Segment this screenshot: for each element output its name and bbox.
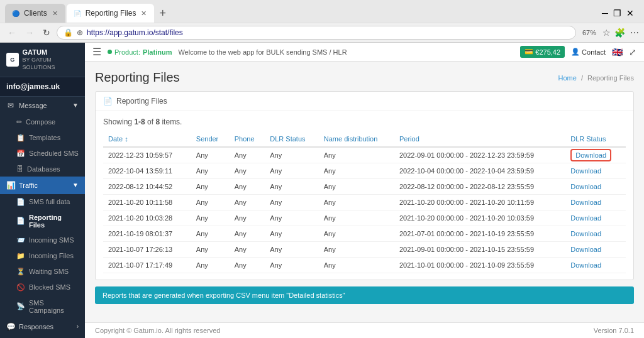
contact-button[interactable]: 👤 Contact (571, 48, 606, 56)
product-name: Platinum (143, 48, 172, 56)
cell-name: Any (319, 163, 394, 179)
settings-icon[interactable]: ⋯ (630, 28, 639, 38)
browser-chrome: 🔵 Clients ✕ 📄 Reporting Files ✕ + ─ ❐ ✕ … (0, 0, 644, 43)
sidebar-item-sms-full-data[interactable]: 📄 SMS full data (0, 194, 85, 210)
tab-reporting-files[interactable]: 📄 Reporting Files ✕ (67, 4, 155, 23)
download-button[interactable]: Download (570, 167, 601, 175)
sidebar-item-scheduled-sms[interactable]: 📅 Scheduled SMS (0, 146, 85, 161)
cell-date: 2021-10-07 17:26:13 (103, 242, 191, 258)
download-button[interactable]: Download (570, 246, 601, 253)
cell-download[interactable]: Download (565, 195, 626, 210)
breadcrumb-current: Reporting Files (587, 74, 634, 82)
sort-icon: ↕ (125, 135, 128, 143)
cell-download[interactable]: Download (565, 242, 626, 258)
templates-icon: 📋 (16, 134, 25, 142)
security-icon: 🔒 (64, 28, 73, 37)
blocked-sms-icon: 🚫 (16, 283, 25, 292)
responses-icon: 💬 (6, 322, 15, 331)
menu-hamburger-icon[interactable]: ☰ (92, 46, 101, 58)
cell-dlr-status: Any (265, 195, 318, 210)
extensions-icon[interactable]: 🧩 (614, 28, 625, 38)
back-button[interactable]: ← (5, 26, 19, 39)
cell-name: Any (319, 242, 394, 258)
restore-icon[interactable]: ❐ (613, 8, 621, 18)
card-header-label: Reporting Files (116, 97, 167, 106)
address-text: https://app.gatum.io/stat/files (87, 28, 569, 37)
app-container: G GATUM BY GATUM SOLUTIONS info@james.uk… (0, 43, 644, 338)
browser-nav: ← → ↻ 🔒 ⊕ https://app.gatum.io/stat/file… (0, 23, 644, 42)
cell-period: 2022-09-01 00:00:00 - 2022-12-23 23:59:5… (394, 147, 565, 163)
sidebar-item-incoming-files[interactable]: 📁 Incoming Files (0, 248, 85, 264)
responses-arrow-icon: › (77, 323, 79, 330)
main-content: Reporting Files Home / Reporting Files 📄… (85, 62, 644, 322)
cell-sender: Any (191, 258, 230, 273)
col-period[interactable]: Period (394, 131, 565, 147)
zoom-level: 67% (580, 28, 599, 38)
address-bar[interactable]: 🔒 ⊕ https://app.gatum.io/stat/files (57, 26, 576, 40)
expand-icon[interactable]: ⤢ (629, 47, 636, 57)
bookmark-icon[interactable]: ☆ (602, 28, 611, 38)
clients-favicon: 🔵 (11, 9, 20, 18)
sidebar-item-databases[interactable]: 🗄 Databases (0, 161, 85, 177)
download-button[interactable]: Download (570, 199, 601, 206)
col-sender[interactable]: Sender (191, 131, 230, 147)
flag-icon[interactable]: 🇬🇧 (612, 47, 623, 57)
cell-download[interactable]: Download (565, 258, 626, 273)
footer: Copyright © Gatum.io. All rights reserve… (85, 322, 644, 338)
cell-dlr-status: Any (265, 242, 318, 258)
reporting-files-card: 📄 Reporting Files Showing 1-8 of 8 items… (95, 91, 634, 280)
col-phone[interactable]: Phone (230, 131, 265, 147)
clients-tab-label: Clients (24, 9, 47, 18)
sidebar-item-reporting-files[interactable]: 📄 Reporting Files (0, 210, 85, 232)
new-tab-button[interactable]: + (155, 7, 170, 20)
download-button[interactable]: Download (570, 214, 601, 222)
download-button[interactable]: Download (570, 149, 611, 161)
cell-period: 2022-08-12 00:00:00 - 2022-08-12 23:55:5… (394, 179, 565, 195)
cell-download[interactable]: Download (565, 226, 626, 242)
reporting-tab-close[interactable]: ✕ (140, 9, 148, 18)
cell-download[interactable]: Download (565, 163, 626, 179)
cell-download[interactable]: Download (565, 179, 626, 195)
sidebar-item-responses[interactable]: 💬 Responses › (0, 318, 85, 335)
logo-icon: G (6, 53, 19, 67)
sidebar-item-blocked-sms[interactable]: 🚫 Blocked SMS (0, 280, 85, 295)
topbar-welcome-text: Welcome to the web app for BULK sending … (178, 48, 347, 56)
sidebar-item-waiting-sms[interactable]: ⏳ Waiting SMS (0, 264, 85, 280)
col-name-distribution[interactable]: Name distribution (319, 131, 394, 147)
balance-value: €275,42 (535, 48, 560, 56)
cell-download[interactable]: Download (565, 147, 626, 163)
cell-sender: Any (191, 242, 230, 258)
cell-dlr-status: Any (265, 179, 318, 195)
col-dlr-status[interactable]: DLR Status (265, 131, 318, 147)
cell-sender: Any (191, 226, 230, 242)
sidebar-item-compose[interactable]: ✏ Compose (0, 114, 85, 130)
cell-name: Any (319, 258, 394, 273)
minimize-icon[interactable]: ─ (602, 8, 608, 18)
download-button[interactable]: Download (570, 261, 601, 269)
browser-menu-icons: 🧩 ⋯ (614, 28, 639, 38)
sidebar-item-templates[interactable]: 📋 Templates (0, 130, 85, 146)
traffic-arrow-icon: ▼ (72, 182, 79, 188)
clients-tab-close[interactable]: ✕ (51, 9, 59, 18)
sidebar-item-sms-campaigns[interactable]: 📡 SMS Campaigns (0, 295, 85, 318)
cell-download[interactable]: Download (565, 210, 626, 226)
forward-button[interactable]: → (23, 26, 36, 39)
cell-period: 2021-09-01 00:00:00 - 2021-10-15 23:55:5… (394, 242, 565, 258)
col-date[interactable]: Date ↕ (103, 131, 191, 147)
incoming-files-icon: 📁 (16, 252, 25, 260)
tab-clients[interactable]: 🔵 Clients ✕ (5, 4, 65, 23)
breadcrumb-home[interactable]: Home (558, 74, 576, 82)
cell-period: 2021-10-20 00:00:00 - 2021-10-20 10:11:5… (394, 195, 565, 210)
cell-sender: Any (191, 179, 230, 195)
sidebar-item-traffic[interactable]: 📊 Traffic ▼ (0, 177, 85, 194)
cell-phone: Any (230, 195, 265, 210)
close-window-icon[interactable]: ✕ (626, 8, 634, 18)
reload-button[interactable]: ↻ (40, 26, 53, 39)
col-dlr-status-action[interactable]: DLR Status (565, 131, 626, 147)
sidebar-item-statistic[interactable]: 📈 Statistic › (0, 335, 85, 338)
sidebar-item-incoming-sms[interactable]: 📨 Incoming SMS (0, 232, 85, 248)
sidebar-item-message[interactable]: ✉ Message ▼ (0, 97, 85, 114)
download-button[interactable]: Download (570, 183, 601, 190)
download-button[interactable]: Download (570, 230, 601, 237)
sidebar-label-incoming-sms: Incoming SMS (29, 236, 74, 244)
